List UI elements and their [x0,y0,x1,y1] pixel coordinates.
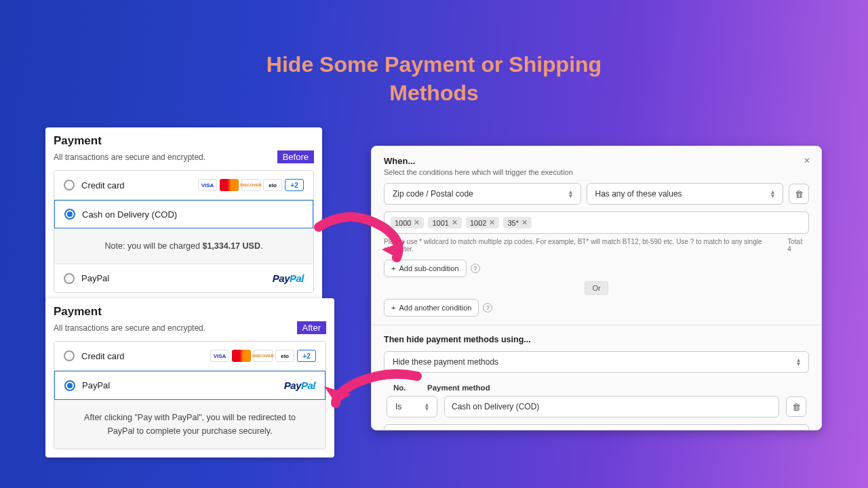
before-badge: Before [277,150,314,163]
more-cards-badge: +2 [297,350,316,362]
when-subtitle: Select the conditions here which will tr… [384,168,809,176]
value-tag: 1001✕ [428,217,461,228]
option-cod[interactable]: Cash on Delivery (COD) [54,200,313,228]
rule-config-panel: When... Select the conditions here which… [371,146,822,430]
close-icon[interactable]: ✕ [804,156,810,165]
remove-tag-icon[interactable]: ✕ [414,218,420,227]
remove-tag-icon[interactable]: ✕ [521,218,528,227]
total-count: Total: 4 [787,238,809,253]
help-icon[interactable]: ? [483,303,492,312]
payment-options: Credit card VISA DISCOVER elo +2 PayPal … [54,341,326,449]
add-sub-condition-button[interactable]: +Add sub-condition [384,260,467,277]
when-title: When... [384,156,809,166]
option-credit-card[interactable]: Credit card VISA DISCOVER elo +2 [54,342,326,371]
elo-icon: elo [275,350,294,362]
visa-icon: VISA [198,179,217,191]
option-paypal[interactable]: PayPal PayPal [54,371,326,400]
remove-tag-icon[interactable]: ✕ [489,218,495,227]
payment-options: Credit card VISA DISCOVER elo +2 Cash on… [54,170,314,293]
field-select[interactable]: Zip code / Postal code ▴▾ [384,183,581,205]
mastercard-icon [220,179,239,191]
radio-icon [64,180,75,190]
or-separator: Or [384,284,809,292]
visa-icon: VISA [210,350,229,362]
paypal-logo-icon: PayPal [284,380,315,391]
payment-heading: Payment [54,305,326,319]
plus-icon: + [391,304,395,312]
secure-note: All transactions are secure and encrypte… [54,323,205,333]
chevron-updown-icon: ▴▾ [797,358,800,366]
chevron-updown-icon: ▴▾ [569,190,572,198]
radio-icon [64,209,75,220]
card-brand-icons: VISA DISCOVER elo +2 [210,350,316,362]
help-icon[interactable]: ? [471,264,480,273]
option-paypal[interactable]: PayPal PayPal [54,264,313,292]
elo-icon: elo [263,179,282,191]
value-tag: 1000✕ [391,217,424,228]
discover-icon: DISCOVER [254,350,273,362]
values-input[interactable]: 1000✕ 1001✕ 1002✕ 35*✕ [384,211,809,234]
before-panel: Payment All transactions are secure and … [45,127,322,301]
paypal-logo-icon: PayPal [273,272,304,284]
hide-action-select[interactable]: Hide these payment methods ▴▾ [384,351,809,373]
trash-icon: 🗑 [795,189,804,199]
radio-icon [64,350,75,361]
payment-heading: Payment [54,134,314,148]
plus-icon: + [391,264,395,272]
value-tag: 35*✕ [503,217,532,228]
radio-icon [64,273,75,284]
remove-tag-icon[interactable]: ✕ [452,218,458,227]
charge-note: Note: you will be charged $1,334.17 USD. [54,228,313,264]
method-name-input[interactable]: Cash on Delivery (COD) [444,396,779,418]
paypal-redirect-note: After clicking "Pay with PayPal", you wi… [54,400,326,449]
delete-method-button[interactable]: 🗑 [786,396,806,417]
after-badge: After [297,321,326,334]
chevron-updown-icon: ▴▾ [771,190,774,198]
trash-icon: 🗑 [792,402,801,412]
after-panel: Payment All transactions are secure and … [45,298,334,458]
secure-note: All transactions are secure and encrypte… [54,152,205,162]
methods-table-header: No. Payment method [384,380,809,396]
add-payment-method-button[interactable]: + Add payment method [384,424,809,430]
then-title: Then hide payment methods using... [384,335,809,344]
mastercard-icon [232,350,251,362]
radio-icon [64,380,75,391]
option-credit-card[interactable]: Credit card VISA DISCOVER elo +2 [54,171,313,200]
page-title: Hide Some Payment or ShippingMethods [0,0,868,107]
value-tag: 1002✕ [466,217,499,228]
row-operator-select[interactable]: Is ▴▾ [387,396,437,418]
more-cards-badge: +2 [285,179,304,191]
chevron-updown-icon: ▴▾ [425,403,429,411]
card-brand-icons: VISA DISCOVER elo +2 [198,179,304,191]
delete-condition-button[interactable]: 🗑 [789,184,809,204]
discover-icon: DISCOVER [241,179,260,191]
add-another-condition-button[interactable]: +Add another condition [384,299,479,317]
wildcard-hint: Please use * wildcard to match multiple … [384,238,787,253]
method-row: Is ▴▾ Cash on Delivery (COD) 🗑 [384,396,809,418]
operator-select[interactable]: Has any of these values ▴▾ [587,183,784,205]
